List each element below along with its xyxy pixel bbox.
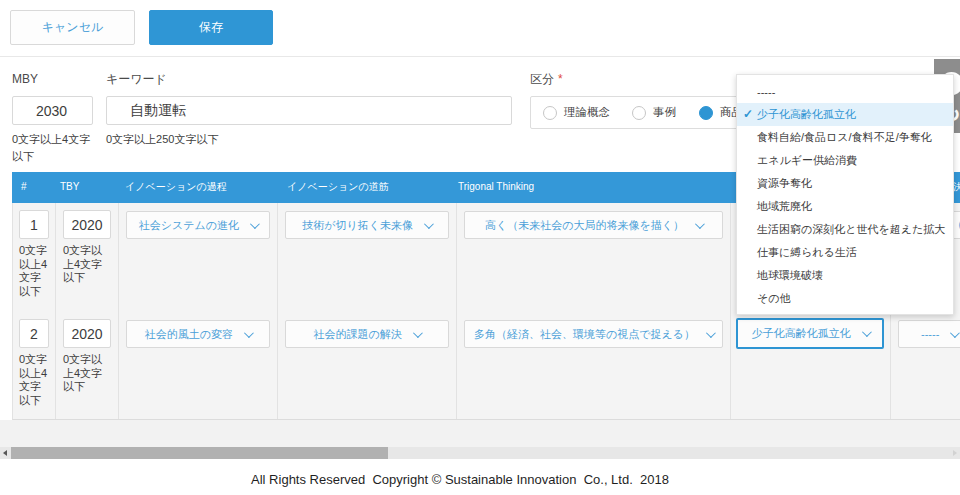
mirai-kadai-dropdown-panel: ----- ✓少子化高齢化孤立化 食料自給/食品ロス/食料不足/争奪化 エネルギ…	[736, 74, 954, 315]
cell-innovation-michisuji: 社会的課題の解決	[278, 312, 457, 419]
chevron-down-icon	[424, 219, 434, 229]
copyright-footer: All Rights Reserved Copyright © Sustaina…	[0, 472, 940, 487]
left-triangle-icon	[3, 450, 7, 456]
option-label: 少子化高齢化孤立化	[757, 107, 856, 122]
chevron-down-icon	[950, 328, 960, 338]
mirai-kadai-select-open[interactable]: 少子化高齢化孤立化	[736, 318, 884, 349]
radio-label: 事例	[653, 105, 676, 120]
cell-trigonal-thinking: 多角（経済、社会、環境等の視点で捉える）	[457, 312, 732, 419]
dropdown-option[interactable]: 地球環境破壊	[737, 264, 953, 287]
char-limit-help: 0文字以上4文字以下	[63, 353, 111, 394]
radio-rironkainen[interactable]: 理論概念	[543, 105, 610, 120]
char-limit-help: 0文字以上4文字以下	[19, 244, 50, 298]
cell-innovation-katei: 社会的風土の変容	[119, 312, 278, 419]
dropdown-option-selected[interactable]: ✓少子化高齢化孤立化	[737, 103, 953, 126]
dropdown-option[interactable]: 食料自給/食品ロス/食料不足/争奪化	[737, 126, 953, 149]
innovation-michisuji-select[interactable]: 技術が切り拓く未来像	[285, 211, 449, 239]
cell-tby: 0文字以上4文字以下	[56, 203, 119, 312]
col-header-innovation-michisuji: イノベーションの道筋	[277, 172, 456, 203]
cell-trigonal-thinking: 高く（未来社会の大局的将来像を描く）	[457, 203, 732, 312]
char-limit-help: 0文字以上4文字以下	[19, 353, 50, 407]
chevron-down-icon	[695, 219, 705, 229]
mby-input[interactable]	[12, 96, 93, 125]
radio-jirei[interactable]: 事例	[632, 105, 676, 120]
radio-unchecked-icon	[632, 106, 646, 120]
mby-label: MBY	[12, 72, 38, 86]
save-button[interactable]: 保存	[149, 10, 273, 45]
cell-tby: 0文字以上4文字以下	[56, 312, 119, 419]
dropdown-option[interactable]: 資源争奪化	[737, 172, 953, 195]
cancel-button[interactable]: キャンセル	[10, 10, 135, 45]
right-triangle-icon	[953, 450, 957, 456]
num-input[interactable]	[19, 210, 49, 239]
num-input[interactable]	[19, 319, 49, 348]
select-value: 高く（未来社会の大局的将来像を描く）	[485, 218, 684, 233]
cell-innovation-katei: 社会システムの進化	[119, 203, 278, 312]
cell-num: 0文字以上4文字以下	[13, 203, 56, 312]
col-header-trigonal-thinking: Trigonal Thinking	[456, 172, 731, 203]
radio-label: 理論概念	[564, 105, 610, 120]
trigonal-thinking-select[interactable]: 高く（未来社会の大局的将来像を描く）	[464, 211, 724, 239]
horizontal-scrollbar[interactable]	[0, 447, 960, 459]
scrollbar-thumb[interactable]	[11, 447, 388, 459]
col7-select[interactable]: -----	[898, 320, 960, 348]
cell-num: 0文字以上4文字以下	[13, 312, 56, 419]
mby-help-text: 0文字以上4文字以下	[12, 131, 100, 165]
check-icon: ✓	[743, 107, 753, 121]
col-header-tby: TBY	[55, 172, 118, 203]
toolbar: キャンセル 保存	[0, 0, 960, 57]
chevron-down-icon	[250, 219, 260, 229]
innovation-katei-select[interactable]: 社会的風土の変容	[126, 320, 270, 348]
tby-input[interactable]	[63, 210, 111, 239]
select-value: 技術が切り拓く未来像	[302, 218, 413, 233]
dropdown-option[interactable]: 仕事に縛られる生活	[737, 241, 953, 264]
select-value: 社会システムの進化	[139, 218, 239, 233]
scroll-right-arrow[interactable]	[950, 447, 960, 459]
table-row: 0文字以上4文字以下 0文字以上4文字以下 社会的風土の変容 社会的課題の解決 …	[12, 312, 960, 420]
chevron-down-icon	[706, 328, 716, 338]
select-value: 社会的課題の解決	[314, 327, 402, 342]
keyword-help-text: 0文字以上250文字以下	[106, 131, 218, 148]
table-bottom-strip	[0, 420, 960, 447]
required-asterisk: *	[558, 72, 563, 86]
select-value: 少子化高齢化孤立化	[752, 326, 851, 341]
select-value: 多角（経済、社会、環境等の視点で捉える）	[474, 327, 695, 342]
dropdown-option[interactable]: -----	[737, 80, 953, 103]
scroll-left-arrow[interactable]	[0, 447, 10, 459]
col-header-innovation-katei: イノベーションの過程	[118, 172, 277, 203]
cell-col7: -----	[891, 312, 960, 419]
kubun-label: 区分*	[530, 72, 563, 86]
innovation-michisuji-select[interactable]: 社会的課題の解決	[285, 320, 449, 348]
keyword-input[interactable]	[106, 96, 512, 125]
select-value: -----	[921, 328, 939, 340]
cell-innovation-michisuji: 技術が切り拓く未来像	[278, 203, 457, 312]
chevron-down-icon	[862, 327, 872, 337]
col-header-num: #	[12, 172, 55, 203]
radio-unchecked-icon	[543, 106, 557, 120]
char-limit-help: 0文字以上4文字以下	[63, 244, 111, 285]
kubun-label-text: 区分	[530, 72, 554, 86]
trigonal-thinking-select[interactable]: 多角（経済、社会、環境等の視点で捉える）	[464, 320, 724, 348]
tby-input[interactable]	[63, 319, 111, 348]
innovation-katei-select[interactable]: 社会システムの進化	[126, 211, 270, 239]
dropdown-option[interactable]: エネルギー供給消費	[737, 149, 953, 172]
chevron-down-icon	[244, 328, 254, 338]
dropdown-option[interactable]: 地域荒廃化	[737, 195, 953, 218]
dropdown-option[interactable]: 生活困窮の深刻化と世代を超えた拡大	[737, 218, 953, 241]
select-value: 社会的風土の変容	[145, 327, 233, 342]
chevron-down-icon	[413, 328, 423, 338]
radio-checked-icon	[699, 106, 713, 120]
cell-mirai-kadai: 少子化高齢化孤立化	[731, 312, 891, 419]
dropdown-option[interactable]: その他	[737, 287, 953, 310]
keyword-label: キーワード	[106, 72, 167, 86]
